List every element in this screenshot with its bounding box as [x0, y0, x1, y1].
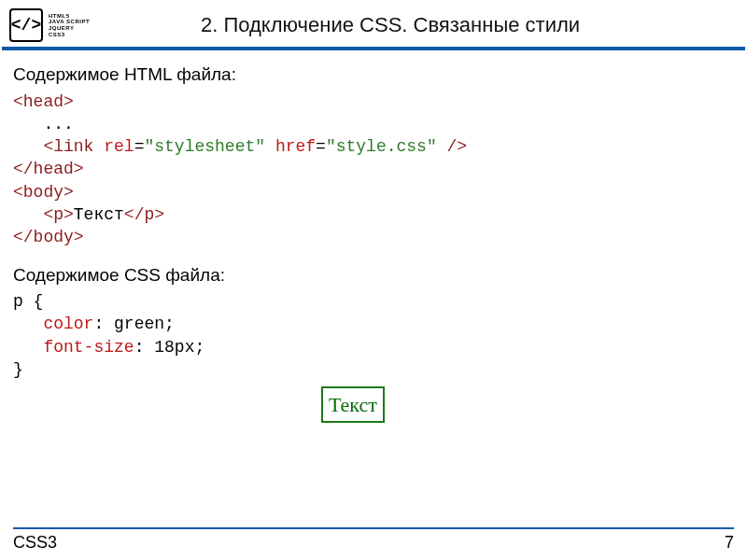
code-token: <body>: [13, 183, 74, 202]
logo-text: HTML5 JAVA SCRIPT JQUERY CSS3: [49, 13, 90, 37]
code-token: </head>: [13, 160, 84, 178]
slide-header: </> HTML5 JAVA SCRIPT JQUERY CSS3 2. Под…: [0, 0, 747, 47]
code-token: <head>: [13, 92, 74, 111]
logo-box-icon: </>: [9, 8, 43, 42]
css-code-block: p { color: green; font-size: 18px; }: [13, 290, 734, 381]
code-token: }: [13, 360, 23, 379]
code-token: </body>: [13, 228, 84, 246]
page-number: 7: [725, 533, 734, 553]
code-token: [13, 315, 43, 333]
slide-title: 2. Подключение CSS. Связанные стили: [90, 13, 738, 37]
code-token: [13, 205, 43, 224]
html-file-label: Содержимое HTML файла:: [13, 62, 734, 89]
code-token: p {: [13, 292, 43, 311]
code-token: </p>: [124, 205, 164, 224]
logo: </> HTML5 JAVA SCRIPT JQUERY CSS3: [9, 8, 90, 42]
logo-line: JQUERY: [49, 25, 90, 32]
code-token: color: [43, 315, 93, 333]
code-token: />: [437, 137, 467, 156]
logo-line: HTML5: [49, 13, 90, 20]
rendered-output-sample: Текст: [321, 386, 385, 423]
code-token: font-size: [43, 338, 134, 357]
code-token: =: [316, 137, 326, 156]
code-token: [13, 137, 43, 156]
slide-footer: CSS3 7: [0, 527, 747, 553]
code-token: =: [134, 137, 145, 156]
code-token: Текст: [74, 205, 124, 224]
code-token: : green;: [93, 315, 174, 333]
code-token: "stylesheet": [144, 137, 265, 156]
code-token: <p>: [43, 205, 73, 224]
code-token: rel: [93, 137, 134, 156]
code-token: <link: [43, 137, 93, 156]
footer-topic: CSS3: [13, 533, 57, 553]
code-token: "style.css": [326, 137, 437, 156]
logo-line: JAVA SCRIPT: [49, 19, 90, 25]
html-code-block: <head> ... <link rel="stylesheet" href="…: [13, 91, 734, 249]
slide-content: Содержимое HTML файла: <head> ... <link …: [0, 50, 747, 434]
code-token: ...: [13, 115, 74, 133]
divider-bottom: [13, 527, 734, 529]
code-token: href: [265, 137, 316, 156]
logo-line: CSS3: [49, 32, 90, 38]
code-token: : 18px;: [134, 338, 205, 357]
code-token: [13, 338, 43, 357]
css-file-label: Содержимое CSS файла:: [13, 262, 734, 289]
